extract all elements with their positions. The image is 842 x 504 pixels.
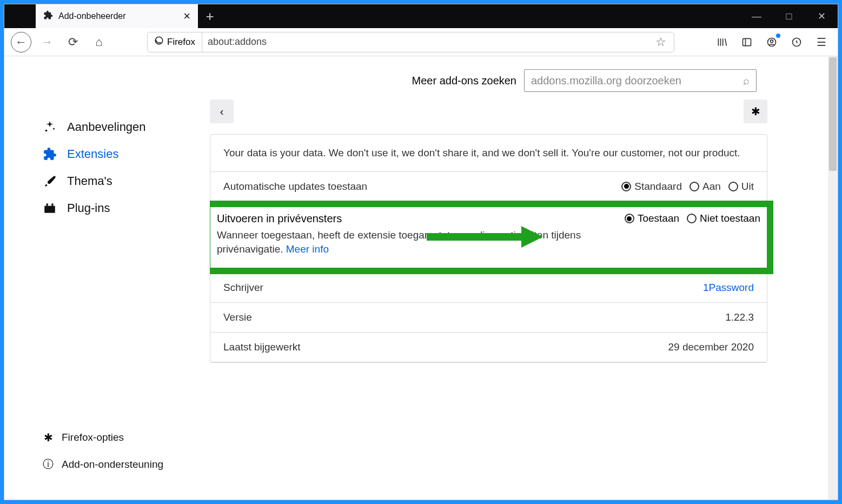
nav-home-button[interactable]: ⌂ (89, 32, 109, 52)
svg-rect-1 (743, 38, 751, 45)
window-maximize-button[interactable]: □ (773, 4, 805, 28)
sparkle-icon (42, 120, 57, 134)
browser-tab[interactable]: Add-onbeheerder × (36, 4, 198, 28)
row-label: Automatische updates toestaan (223, 181, 367, 193)
sidebar-item-label: Aanbevelingen (67, 120, 146, 134)
nav-forward-button[interactable]: → (37, 32, 57, 52)
extension-icon (43, 10, 53, 22)
browser-toolbar: ← → ⟳ ⌂ Firefox about:addons ☆ ☰ (4, 28, 838, 56)
svg-rect-9 (51, 203, 53, 205)
sidebar-item-addon-support[interactable]: ⓘ Add-on-ondersteuning (42, 450, 210, 478)
row-label: Laatst bijgewerkt (223, 341, 301, 353)
author-link[interactable]: 1Password (703, 282, 754, 294)
row-version: Versie 1.22.3 (210, 303, 767, 333)
svg-rect-7 (44, 206, 55, 213)
close-tab-icon[interactable]: × (183, 9, 190, 23)
back-to-list-button[interactable]: ‹ (210, 100, 234, 123)
radio-auto-updates-on[interactable]: Aan (689, 181, 721, 193)
sidebar-toggle-icon[interactable] (737, 32, 757, 52)
svg-rect-8 (47, 203, 48, 205)
sidebar-item-label: Add-on-ondersteuning (62, 459, 163, 470)
window-minimize-button[interactable]: — (740, 4, 773, 28)
row-label: Versie (223, 311, 252, 323)
window-close-button[interactable]: ✕ (805, 4, 838, 28)
radio-icon (728, 182, 738, 191)
bookmark-star-icon[interactable]: ☆ (648, 35, 674, 49)
scrollbar[interactable]: ▴ (828, 56, 838, 500)
library-icon[interactable] (712, 32, 732, 52)
search-header-label: Meer add-ons zoeken (412, 75, 516, 87)
svg-point-5 (53, 128, 55, 130)
radio-icon (625, 214, 634, 223)
radio-private-allow[interactable]: Toestaan (625, 213, 679, 224)
row-label: Uitvoeren in privévensters (217, 213, 342, 225)
sidebar-item-label: Firefox-opties (62, 432, 124, 443)
private-note: Wanneer toegestaan, heeft de extensie to… (217, 228, 639, 257)
radio-private-deny[interactable]: Niet toestaan (687, 213, 760, 224)
sidebar-item-label: Thema's (67, 174, 112, 188)
sidebar-item-themes[interactable]: Thema's (42, 168, 210, 195)
tab-bar: Add-onbeheerder × + — □ ✕ (4, 4, 838, 28)
plugin-icon (42, 201, 57, 215)
radio-auto-updates-default[interactable]: Standaard (621, 181, 682, 193)
radio-icon (621, 182, 631, 191)
svg-point-6 (45, 130, 48, 132)
new-tab-button[interactable]: + (198, 4, 222, 28)
addons-sidebar: Aanbevelingen Extensies Thema's Plug-ins… (4, 100, 210, 500)
radio-icon (689, 182, 699, 191)
identity-label: Firefox (167, 37, 195, 48)
protection-icon[interactable] (787, 32, 806, 52)
url-bar[interactable]: Firefox about:addons ☆ (147, 32, 674, 52)
radio-auto-updates-off[interactable]: Uit (728, 181, 754, 193)
sidebar-item-label: Plug-ins (67, 201, 110, 215)
nav-back-button[interactable]: ← (11, 32, 31, 52)
version-value: 1.22.3 (725, 311, 754, 323)
account-icon[interactable] (762, 32, 781, 52)
extension-detail-panel: ‹ ✱ Your data is your data. We don't use… (210, 100, 838, 500)
sidebar-item-firefox-options[interactable]: ✱ Firefox-opties (42, 425, 210, 450)
extension-description: Your data is your data. We don't use it,… (210, 135, 767, 172)
row-auto-updates: Automatische updates toestaan Standaard … (210, 172, 767, 202)
url-text: about:addons (202, 36, 648, 48)
sidebar-item-plugins[interactable]: Plug-ins (42, 195, 210, 222)
search-icon: ⌕ (743, 75, 750, 87)
gear-icon: ✱ (42, 431, 54, 444)
more-info-link[interactable]: Meer info (286, 243, 329, 255)
row-label: Schrijver (223, 282, 263, 294)
svg-point-3 (771, 39, 773, 42)
nav-reload-button[interactable]: ⟳ (63, 32, 83, 52)
search-placeholder: addons.mozilla.org doorzoeken (531, 75, 681, 87)
tab-title: Add-onbeheerder (58, 11, 126, 21)
help-icon: ⓘ (42, 457, 54, 472)
addons-search-input[interactable]: addons.mozilla.org doorzoeken ⌕ (524, 69, 757, 92)
updated-value: 29 december 2020 (668, 341, 754, 353)
sidebar-item-recommendations[interactable]: Aanbevelingen (42, 114, 210, 141)
brush-icon (42, 174, 57, 188)
radio-icon (687, 214, 697, 223)
detail-card: Your data is your data. We don't use it,… (210, 134, 767, 363)
row-updated: Laatst bijgewerkt 29 december 2020 (210, 333, 767, 362)
addons-gear-button[interactable]: ✱ (744, 100, 767, 123)
firefox-icon (154, 36, 164, 48)
row-author: Schrijver 1Password (210, 273, 767, 303)
sidebar-item-label: Extensies (67, 147, 118, 161)
identity-box[interactable]: Firefox (148, 32, 202, 52)
sidebar-item-extensions[interactable]: Extensies (42, 141, 210, 168)
puzzle-icon (42, 147, 57, 161)
app-menu-button[interactable]: ☰ (812, 32, 831, 52)
highlight-annotation: Uitvoeren in privévensters Toestaan Niet… (210, 201, 773, 274)
